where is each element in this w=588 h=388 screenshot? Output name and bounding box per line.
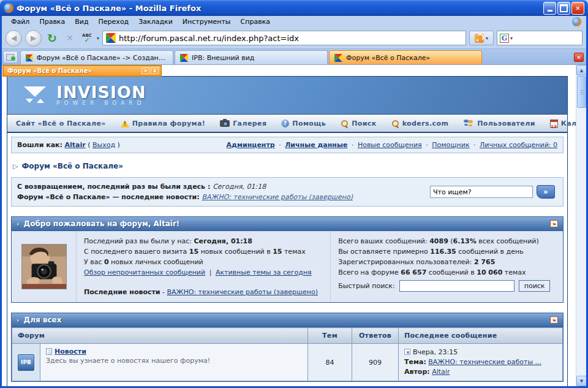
popup-close-button[interactable]: x xyxy=(151,67,159,74)
window-titlebar[interactable]: Форум «Всё о Паскале» - Mozilla Firefox … xyxy=(0,0,588,16)
last-author-link[interactable]: Altair xyxy=(432,368,450,376)
nav-help-link[interactable]: ?Помощь xyxy=(281,120,326,127)
board-totals-text: Всего на форуме xyxy=(338,268,401,276)
logout-link[interactable]: Выход xyxy=(92,141,115,149)
tab-title-popup[interactable]: Форум «Всё о Паскале» > x xyxy=(3,66,161,76)
collapse-panel-button[interactable]: - xyxy=(550,220,558,227)
nav-site-link[interactable]: Сайт «Всё о Паскале» xyxy=(16,120,106,127)
separator: · xyxy=(352,141,354,149)
nav-rules-link[interactable]: Правила форума! xyxy=(121,120,205,127)
web-search-box[interactable]: G ▾ xyxy=(497,31,582,45)
menu-bookmarks[interactable]: Закладки xyxy=(134,17,177,26)
nav-koders-link[interactable]: koders.com xyxy=(391,120,449,127)
menu-view[interactable]: Вид xyxy=(70,17,92,26)
tab-3-active[interactable]: Форум «Всё о Паскале» xyxy=(329,50,482,64)
goto-last-post-icon[interactable] xyxy=(404,349,410,355)
assistant-link[interactable]: Помощник xyxy=(432,141,469,149)
breadcrumb-forum-link[interactable]: Форум «Всё о Паскале» xyxy=(21,162,123,170)
back-button[interactable]: ◀ xyxy=(6,30,22,47)
new-posts-link[interactable]: Новые сообщения xyxy=(358,141,422,149)
scrollbar-thumb[interactable] xyxy=(577,76,586,108)
active-topics-link[interactable]: Активные темы за сегодня xyxy=(216,268,312,276)
admin-center-link[interactable]: Админцентр xyxy=(227,141,275,149)
reload-button[interactable]: ↻ xyxy=(45,31,59,45)
warning-icon xyxy=(121,120,129,127)
news-topic-link[interactable]: ВАЖНО: технические работы (завершено) xyxy=(167,288,318,296)
tab-2[interactable]: IPB: Внешний вид xyxy=(175,50,328,64)
new-topics-count: 15 xyxy=(273,248,282,256)
nav-gallery-link[interactable]: Галерея xyxy=(220,120,266,127)
board-search-button[interactable]: поиск xyxy=(519,280,551,292)
web-search-input[interactable] xyxy=(514,34,579,43)
close-tab-button[interactable]: ✕ xyxy=(574,53,584,62)
forum-link[interactable]: Новости xyxy=(55,348,86,356)
latest-news-label: Форум «Всё о Паскале» — последние новост… xyxy=(17,193,202,201)
forum-header-banner: INVISION POWER BOARD xyxy=(7,77,567,115)
rss-button[interactable]: ▾ xyxy=(469,31,494,45)
minimize-button[interactable] xyxy=(543,2,556,15)
search-icon xyxy=(341,120,349,127)
check-icon: ✓ xyxy=(84,38,89,43)
bracket: ( xyxy=(448,237,453,245)
tab-1[interactable]: Форум «Всё о Паскале» -> Создание но... xyxy=(20,50,173,64)
separator: · xyxy=(426,141,428,149)
new-posts-count: 15 xyxy=(189,248,198,256)
total-posts-label: Всего ваших сообщений: xyxy=(338,237,429,245)
stop-icon: ✕ xyxy=(66,33,74,43)
rss-dropdown-icon: ▾ xyxy=(486,36,488,41)
nav-members-link[interactable]: Пользователи xyxy=(463,120,535,127)
quick-search-input[interactable] xyxy=(430,186,533,198)
rss-icon xyxy=(475,34,484,43)
menu-edit[interactable]: Правка xyxy=(35,17,69,26)
stop-button[interactable]: ✕ xyxy=(62,31,77,45)
help-icon: ? xyxy=(281,120,289,127)
url-input[interactable] xyxy=(119,34,462,43)
spellcheck-dropdown-icon[interactable]: ▾ xyxy=(97,36,99,41)
logged-in-label: Вошли как: xyxy=(17,141,62,149)
engine-dropdown-icon[interactable]: ▾ xyxy=(510,36,513,41)
menu-file[interactable]: Файл xyxy=(7,17,34,26)
board-totals-text: сообщений в xyxy=(426,268,477,276)
popup-next-button[interactable]: > xyxy=(141,67,149,74)
pm-text: новых личных сообщений xyxy=(109,258,203,266)
google-engine-icon[interactable]: G xyxy=(500,34,509,43)
logo-subtitle: POWER BOARD xyxy=(56,100,146,106)
posts-per-day-label: Вы оставляете примерно xyxy=(338,248,430,256)
address-bar[interactable] xyxy=(102,31,466,45)
board-quick-search-input[interactable] xyxy=(399,280,514,292)
nav-search-link[interactable]: Поиск xyxy=(341,120,376,127)
spellcheck-button[interactable]: ABC ✓ xyxy=(80,33,94,43)
paren: ( xyxy=(88,141,90,149)
category-title: Для всех xyxy=(24,316,62,324)
search-go-button[interactable]: » xyxy=(537,185,555,199)
new-tab-icon[interactable] xyxy=(3,51,18,63)
ipb-favicon xyxy=(106,33,116,43)
table-header-row: Форум Тем Ответов Последнее сообщение xyxy=(12,328,563,344)
forward-icon: ▶ xyxy=(31,34,36,42)
last-topic-link[interactable]: ВАЖНО: технические работы ... xyxy=(428,358,541,366)
unread-posts-link[interactable]: Обзор непрочитанных сообщений xyxy=(84,268,205,276)
members-label: Зарегистрированных пользователей: xyxy=(338,258,474,266)
private-messages-link[interactable]: Личных сообщений: 0 xyxy=(480,141,557,149)
news-topic-link[interactable]: ВАЖНО: технические работы (завершено) xyxy=(202,193,353,201)
quick-search-label: Быстрый поиск: xyxy=(338,281,394,291)
my-controls-link[interactable]: Личные данные xyxy=(285,141,347,149)
scroll-down-button[interactable]: ▼ xyxy=(576,376,586,386)
maximize-button[interactable] xyxy=(557,2,570,15)
collapse-category-button[interactable]: - xyxy=(550,316,558,324)
firefox-window: Форум «Всё о Паскале» - Mozilla Firefox … xyxy=(0,0,588,388)
vertical-scrollbar[interactable]: ▲ ▼ xyxy=(576,65,586,386)
reload-icon: ↻ xyxy=(47,31,57,45)
menu-help[interactable]: Справка xyxy=(236,17,274,26)
forward-button[interactable]: ▶ xyxy=(25,30,42,47)
scroll-up-button[interactable]: ▲ xyxy=(576,65,586,75)
nav-search-label: Поиск xyxy=(352,120,376,127)
close-button[interactable]: ✕ xyxy=(571,2,584,15)
menu-tools[interactable]: Инструменты xyxy=(178,17,235,26)
welcome-panel: › Добро пожаловать на форум, Altair! - xyxy=(11,216,564,303)
menu-go[interactable]: Переход xyxy=(94,17,134,26)
navigation-toolbar: ◀ ▶ ↻ ✕ ABC ✓ ▾ ▾ xyxy=(2,28,586,49)
last-visit-value: Сегодня, 01:18 xyxy=(194,237,252,245)
username-link[interactable]: Altair xyxy=(64,141,85,149)
forum-nav-bar: Сайт «Всё о Паскале» Правила форума! Гал… xyxy=(7,115,567,133)
